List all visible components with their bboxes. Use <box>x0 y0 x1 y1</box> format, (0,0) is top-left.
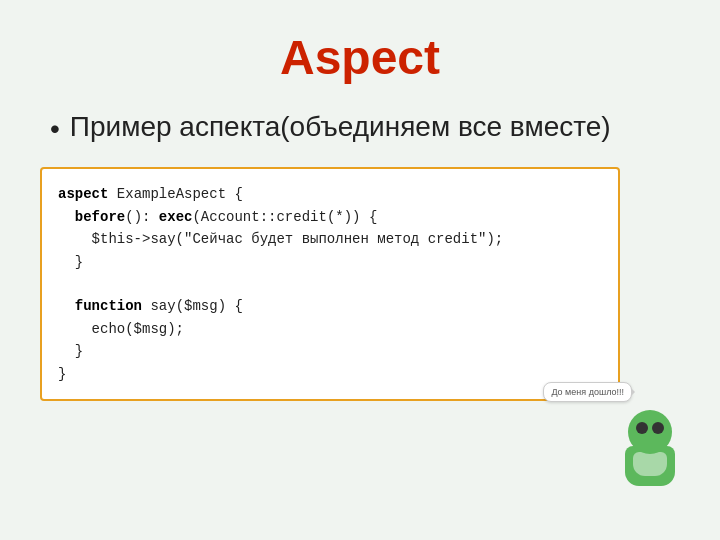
mascot: До меня дошло!!! <box>610 410 690 510</box>
bullet-item: • Пример аспекта(объединяем все вместе) <box>50 109 680 147</box>
mascot-speech-bubble: До меня дошло!!! <box>543 382 632 402</box>
code-block: aspect ExampleAspect { before(): exec(Ac… <box>40 167 620 401</box>
slide: Aspect • Пример аспекта(объединяем все в… <box>0 0 720 540</box>
bullet-text: Пример аспекта(объединяем все вместе) <box>70 109 611 145</box>
mascot-body <box>620 410 680 490</box>
speech-text: До меня дошло!!! <box>551 387 624 397</box>
bullet-list: • Пример аспекта(объединяем все вместе) <box>40 109 680 147</box>
mascot-head <box>628 410 672 454</box>
bullet-dot: • <box>50 111 60 147</box>
slide-title: Aspect <box>40 30 680 85</box>
